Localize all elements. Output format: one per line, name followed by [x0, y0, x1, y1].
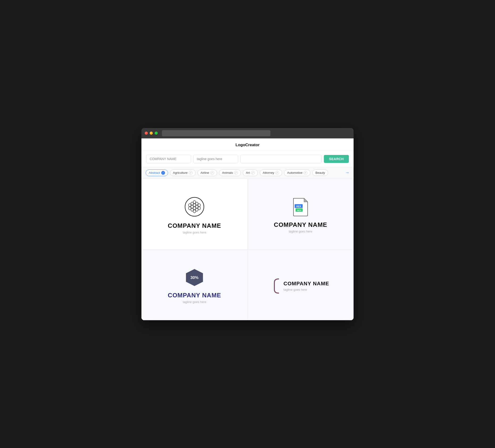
category-chip-beauty[interactable]: Beauty	[312, 169, 328, 176]
svg-marker-11	[198, 207, 200, 210]
svg-text:30%: 30%	[191, 275, 198, 280]
logo-icon-hexfile: HEX HEX	[292, 197, 309, 217]
svg-marker-9	[193, 207, 196, 210]
maximize-button[interactable]	[155, 132, 158, 135]
logo-icon-bracket: COMPANY NAME tagline goes here	[272, 278, 329, 294]
app-title: LogoCreator	[141, 139, 354, 151]
tagline-3: tagline goes here	[183, 300, 206, 304]
app-window: LogoCreator SEARCH Abstract ✓ Agricultur…	[141, 128, 354, 320]
category-label: Beauty	[315, 171, 325, 174]
svg-marker-5	[189, 203, 191, 207]
check-icon: ✓	[161, 171, 165, 175]
svg-text:HEX: HEX	[297, 209, 302, 211]
svg-text:HEX: HEX	[296, 205, 301, 208]
company-name-1: COMPANY NAME	[168, 222, 221, 229]
check-icon: ✓	[234, 171, 238, 175]
category-chip-automotive[interactable]: Automotive ✓	[284, 169, 310, 176]
check-icon: ✓	[189, 171, 192, 175]
category-label: Agriculture	[173, 171, 188, 174]
svg-marker-7	[191, 205, 193, 209]
check-icon: ✓	[303, 171, 307, 175]
check-icon: ✓	[251, 171, 255, 175]
category-label: Art	[246, 171, 250, 174]
logo-icon-honeycomb	[184, 196, 205, 218]
svg-marker-2	[191, 202, 193, 205]
tagline-2: tagline goes here	[289, 230, 312, 233]
category-label: Animals	[222, 171, 233, 174]
category-label: Attorney	[263, 171, 274, 174]
category-bar: Abstract ✓ Agriculture ✓ Airline ✓ Anima…	[141, 167, 354, 179]
svg-marker-8	[196, 205, 198, 209]
tagline-1: tagline goes here	[183, 231, 206, 234]
category-label: Airline	[201, 171, 209, 174]
category-chip-agriculture[interactable]: Agriculture ✓	[170, 169, 196, 176]
svg-marker-10	[189, 207, 191, 210]
logo-card-3[interactable]: 30% COMPANY NAME tagline goes here	[141, 250, 248, 320]
category-chip-airline[interactable]: Airline ✓	[197, 169, 217, 176]
logo-card-2[interactable]: HEX HEX COMPANY NAME tagline goes here	[248, 179, 354, 250]
titlebar	[141, 128, 354, 139]
extra-input[interactable]	[240, 155, 321, 163]
category-label: Abstract	[149, 171, 160, 174]
close-button[interactable]	[145, 132, 148, 135]
svg-marker-13	[196, 208, 198, 211]
category-label: Automotive	[287, 171, 302, 174]
minimize-button[interactable]	[150, 132, 153, 135]
company-name-3: COMPANY NAME	[168, 292, 221, 299]
svg-marker-15	[304, 198, 308, 202]
logo-icon-hexbadge: 30%	[185, 268, 204, 288]
logo-card-4[interactable]: COMPANY NAME tagline goes here	[248, 250, 354, 320]
category-chip-animals[interactable]: Animals ✓	[219, 169, 241, 176]
svg-marker-14	[193, 210, 196, 213]
check-icon: ✓	[275, 171, 279, 175]
svg-marker-3	[196, 202, 198, 205]
company-name-input[interactable]	[146, 155, 191, 163]
tagline-input[interactable]	[193, 155, 238, 163]
company-name-4: COMPANY NAME	[284, 280, 329, 287]
logo-grid: COMPANY NAME tagline goes here HEX	[141, 179, 354, 320]
tagline-4: tagline goes here	[284, 288, 329, 292]
search-button[interactable]: SEARCH	[324, 155, 349, 163]
svg-marker-1	[193, 200, 196, 204]
check-icon: ✓	[210, 171, 214, 175]
search-bar: SEARCH	[141, 151, 354, 167]
company-name-2: COMPANY NAME	[274, 221, 327, 228]
category-chip-art[interactable]: Art ✓	[243, 169, 258, 176]
url-bar[interactable]	[162, 130, 270, 136]
svg-marker-4	[193, 203, 196, 207]
category-chip-abstract[interactable]: Abstract ✓	[146, 169, 168, 176]
app-body: LogoCreator SEARCH Abstract ✓ Agricultur…	[141, 139, 354, 320]
logo-card-1[interactable]: COMPANY NAME tagline goes here	[141, 179, 248, 250]
svg-marker-6	[198, 203, 200, 207]
category-chip-attorney[interactable]: Attorney ✓	[260, 169, 282, 176]
svg-marker-12	[191, 208, 193, 211]
next-arrow-icon[interactable]: →	[345, 170, 349, 175]
